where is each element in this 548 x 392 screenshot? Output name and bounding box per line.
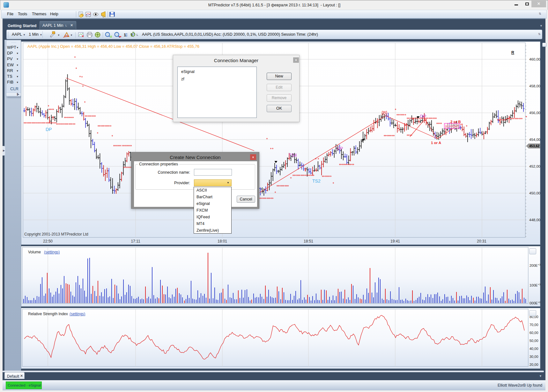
svg-text:R: R [511,50,514,55]
svg-text:458,00: 458,00 [529,84,540,88]
svg-text:Copyright 2001-2013 MTPredicto: Copyright 2001-2013 MTPredictor Ltd [24,232,88,236]
svg-text:100E+3: 100E+3 [529,283,541,287]
svg-text:18:51: 18:51 [304,239,313,243]
svg-text:22:50: 22:50 [43,239,53,243]
svg-text:454,00: 454,00 [529,138,540,142]
svg-text:450,00: 450,00 [529,191,540,195]
svg-text:(settings): (settings) [44,250,60,254]
svg-text:Volume: Volume [28,250,41,254]
svg-text:1: 1 [124,33,126,37]
svg-text:{B}: {B} [381,110,388,115]
svg-text:▼: ▼ [57,34,60,37]
svg-text:452,00: 452,00 [529,164,540,168]
svg-text:40,00: 40,00 [529,347,538,351]
svg-text:18:01: 18:01 [218,239,227,243]
svg-text:DP: DP [420,114,426,119]
svg-text:000E+0: 000E+0 [529,301,541,305]
svg-text:50,00: 50,00 [529,339,538,343]
svg-text:460,00: 460,00 [529,57,540,61]
svg-text:DP: DP [46,127,52,132]
svg-text:19:41: 19:41 [390,239,400,243]
svg-text:456,00: 456,00 [529,111,540,115]
svg-text:(settings): (settings) [70,312,85,316]
svg-text:TS4: TS4 [289,153,297,158]
svg-text:AAPL (Apple Inc.) Open = 456,3: AAPL (Apple Inc.) Open = 456,31 High = 4… [27,44,199,49]
svg-text:60,00: 60,00 [529,331,538,335]
svg-text:Relative Strength Index: Relative Strength Index [28,312,68,316]
svg-text:20:31: 20:31 [477,239,486,243]
svg-text:1 or A: 1 or A [431,141,441,145]
svg-text:▼: ▼ [70,34,73,37]
svg-text:453,62: 453,62 [529,144,539,148]
svg-text:17:11: 17:11 [131,239,140,243]
svg-text:70,00: 70,00 [529,323,538,327]
svg-text:2 or B: 2 or B [450,120,461,124]
svg-text:20,00: 20,00 [529,363,538,367]
svg-text:200E+3: 200E+3 [529,263,541,267]
svg-text:30,00: 30,00 [529,355,538,359]
svg-text:448,00: 448,00 [529,218,540,222]
svg-text:TS2: TS2 [312,178,321,184]
svg-text:DP: DP [337,146,343,151]
